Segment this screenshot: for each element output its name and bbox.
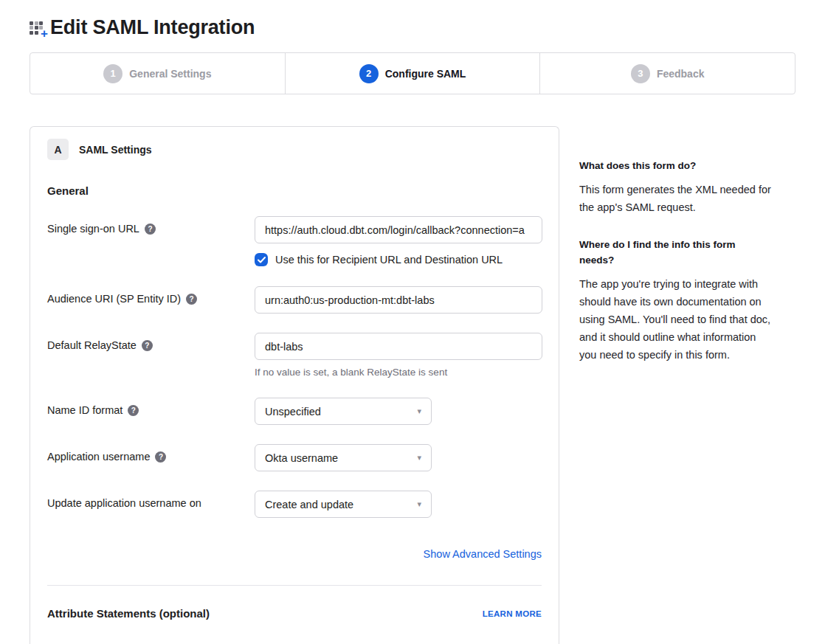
app-username-label: Application username	[47, 451, 150, 463]
step-configure-saml[interactable]: 2 Configure SAML	[286, 53, 541, 94]
content-area: A SAML Settings General Single sign-on U…	[0, 126, 825, 644]
sidebar-answer-2: The app you're trying to integrate with …	[579, 275, 773, 364]
step-2-number-badge: 2	[359, 64, 379, 83]
recipient-destination-checkbox-label: Use this for Recipient URL and Destinati…	[275, 254, 503, 266]
name-id-format-label: Name ID format	[47, 404, 122, 416]
general-section-heading: General	[47, 184, 542, 197]
panel-title: SAML Settings	[79, 144, 152, 156]
learn-more-link[interactable]: LEARN MORE	[483, 609, 542, 618]
recipient-destination-checkbox[interactable]	[255, 253, 268, 266]
attribute-statements-header: Attribute Statements (optional) LEARN MO…	[47, 607, 542, 620]
form-row-relaystate: Default RelayState ? If no value is set,…	[47, 333, 542, 378]
sso-url-input[interactable]	[255, 216, 542, 243]
sso-url-help-icon[interactable]: ?	[145, 224, 156, 235]
chevron-down-icon: ▾	[417, 499, 421, 509]
form-row-app-username: Application username ? Okta username ▾	[47, 444, 542, 471]
name-id-format-value: Unspecified	[265, 406, 321, 418]
form-row-audience-uri: Audience URI (SP Entity ID) ?	[47, 286, 542, 314]
sso-checkbox-row: Use this for Recipient URL and Destinati…	[255, 253, 542, 266]
audience-uri-help-icon[interactable]: ?	[186, 294, 197, 305]
page-title: Edit SAML Integration	[50, 16, 255, 39]
sidebar-answer-1: This form generates the XML needed for t…	[579, 181, 773, 216]
audience-uri-label: Audience URI (SP Entity ID)	[47, 293, 181, 305]
step-1-label: General Settings	[129, 68, 211, 80]
audience-uri-input[interactable]	[255, 286, 542, 314]
plus-icon: +	[41, 27, 48, 40]
app-username-select[interactable]: Okta username ▾	[255, 444, 432, 471]
section-a-badge: A	[47, 139, 69, 160]
show-advanced-settings-link[interactable]: Show Advanced Settings	[424, 548, 542, 560]
update-username-select[interactable]: Create and update ▾	[255, 491, 432, 518]
sidebar-question-1: What does this form do?	[579, 158, 773, 173]
step-general-settings[interactable]: 1 General Settings	[30, 53, 286, 94]
chevron-down-icon: ▾	[417, 453, 421, 463]
sidebar-question-2: Where do I find the info this form needs…	[579, 237, 773, 268]
relaystate-help-icon[interactable]: ?	[142, 340, 153, 351]
section-divider	[47, 585, 542, 586]
relaystate-input[interactable]	[255, 333, 542, 360]
wizard-step-bar: 1 General Settings 2 Configure SAML 3 Fe…	[30, 52, 795, 94]
attribute-statements-heading: Attribute Statements (optional)	[47, 607, 210, 620]
relaystate-label: Default RelayState	[47, 339, 137, 351]
checkmark-icon	[258, 257, 266, 263]
step-1-number-badge: 1	[103, 64, 122, 83]
name-id-format-select[interactable]: Unspecified ▾	[255, 398, 432, 425]
update-username-label: Update application username on	[47, 497, 201, 509]
chevron-down-icon: ▾	[417, 406, 421, 416]
form-row-update-username: Update application username on Create an…	[47, 491, 542, 518]
edit-saml-integration-page: + Edit SAML Integration 1 General Settin…	[0, 0, 825, 644]
panel-header: A SAML Settings	[47, 139, 542, 160]
app-username-help-icon[interactable]: ?	[155, 451, 166, 463]
step-3-number-badge: 3	[631, 64, 650, 83]
name-id-format-help-icon[interactable]: ?	[128, 405, 139, 416]
saml-settings-panel: A SAML Settings General Single sign-on U…	[30, 126, 559, 644]
form-row-sso-url: Single sign-on URL ? Use this for Recipi…	[47, 216, 542, 266]
form-row-name-id-format: Name ID format ? Unspecified ▾	[47, 398, 542, 425]
app-grid-plus-icon: +	[30, 21, 46, 37]
step-feedback[interactable]: 3 Feedback	[540, 53, 795, 94]
step-2-label: Configure SAML	[385, 68, 466, 80]
update-username-value: Create and update	[265, 499, 353, 510]
sso-url-label: Single sign-on URL	[47, 223, 139, 235]
step-3-label: Feedback	[657, 68, 705, 80]
app-username-value: Okta username	[265, 452, 338, 464]
help-sidebar: What does this form do? This form genera…	[579, 126, 773, 364]
page-header: + Edit SAML Integration	[0, 0, 825, 39]
relaystate-hint: If no value is set, a blank RelayState i…	[255, 367, 542, 378]
